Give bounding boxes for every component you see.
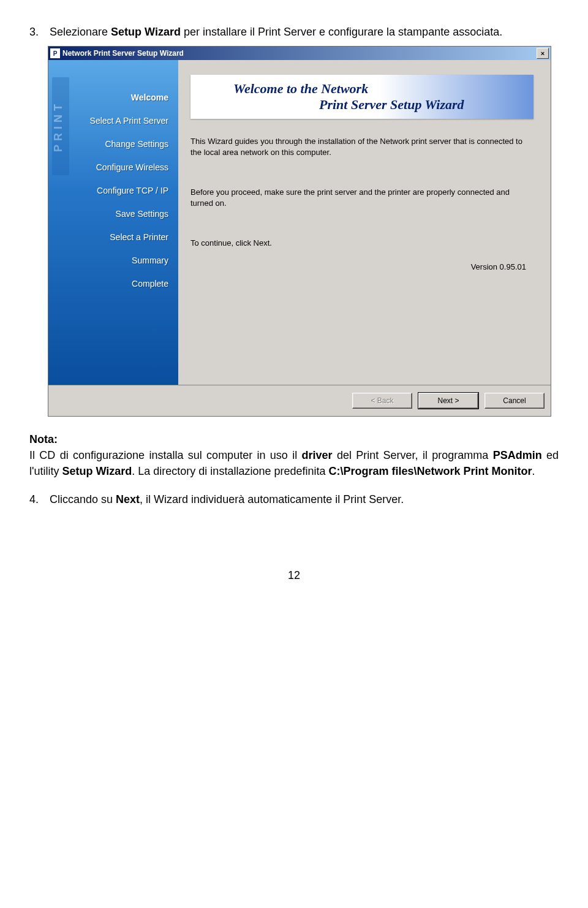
version-label: Version 0.95.01 (471, 262, 526, 271)
panel-p1: This Wizard guides you through the insta… (190, 136, 533, 157)
sidebar-item-save-settings: Save Settings (48, 202, 178, 225)
titlebar: P Network Print Server Setup Wizard × (48, 47, 551, 60)
page-number: 12 (29, 569, 559, 582)
step-number: 3. (29, 25, 47, 40)
window-title: Network Print Server Setup Wizard (62, 49, 184, 58)
wizard-body: PRINT Welcome Select A Print Server Chan… (48, 60, 551, 385)
sidebar-item-configure-tcpip: Configure TCP / IP (48, 179, 178, 202)
bold-path: C:\Program files\Network Print Monitor (329, 465, 532, 477)
sidebar: PRINT Welcome Select A Print Server Chan… (48, 60, 178, 385)
bold-psadmin: PSAdmin (493, 449, 542, 461)
next-button[interactable]: Next > (418, 393, 478, 409)
welcome-banner: Welcome to the Network Print Server Setu… (190, 75, 533, 119)
bold-driver: driver (302, 449, 333, 461)
step-number-4: 4. (29, 492, 47, 507)
cancel-button[interactable]: Cancel (484, 393, 545, 409)
back-button[interactable]: < Back (352, 393, 412, 409)
step-3-text: Selezionare Setup Wizard per installare … (50, 26, 502, 38)
sidebar-item-select-printer: Select a Printer (48, 225, 178, 249)
sidebar-item-summary: Summary (48, 249, 178, 272)
banner-line1: Welcome to the Network (233, 81, 533, 97)
sidebar-item-complete: Complete (48, 272, 178, 295)
step-4-text: Cliccando su Next, il Wizard individuerà… (50, 493, 404, 505)
button-row: < Back Next > Cancel (48, 385, 551, 416)
main-panel: Welcome to the Network Print Server Setu… (178, 60, 551, 385)
panel-p3: To continue, click Next. (190, 238, 533, 249)
bold-setup-wizard-2: Setup Wizard (62, 465, 132, 477)
bold-next: Next (116, 493, 140, 505)
banner-line2: Print Server Setup Wizard (233, 97, 533, 113)
step-4: 4. Cliccando su Next, il Wizard individu… (29, 492, 559, 507)
note-heading: Nota: (29, 433, 58, 445)
bold-setup-wizard: Setup Wizard (111, 26, 181, 38)
note-block: Nota: Il CD di configurazione installa s… (29, 431, 559, 479)
panel-p2: Before you proceed, make sure the print … (190, 187, 533, 208)
close-icon[interactable]: × (537, 48, 549, 59)
sidebar-logo: PRINT (52, 77, 69, 175)
app-icon: P (50, 48, 60, 58)
panel-text: This Wizard guides you through the insta… (190, 136, 533, 249)
step-3: 3. Selezionare Setup Wizard per installa… (29, 25, 559, 40)
wizard-window: P Network Print Server Setup Wizard × PR… (48, 46, 551, 417)
